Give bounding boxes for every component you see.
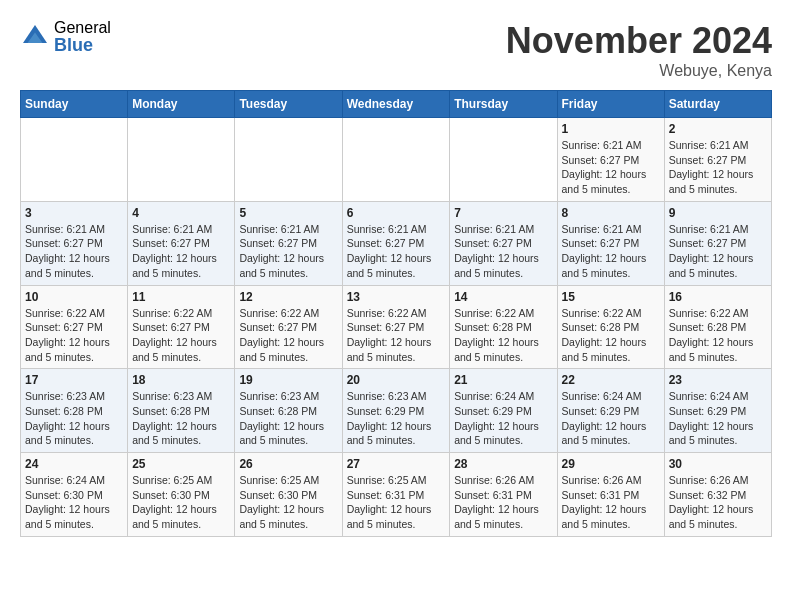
calendar-cell: 22Sunrise: 6:24 AMSunset: 6:29 PMDayligh… bbox=[557, 369, 664, 453]
page-header: General Blue November 2024 Webuye, Kenya bbox=[20, 20, 772, 80]
day-info: Sunrise: 6:22 AMSunset: 6:27 PMDaylight:… bbox=[25, 306, 123, 365]
day-info: Sunrise: 6:26 AMSunset: 6:31 PMDaylight:… bbox=[454, 473, 552, 532]
calendar-cell bbox=[235, 118, 342, 202]
day-info: Sunrise: 6:23 AMSunset: 6:28 PMDaylight:… bbox=[25, 389, 123, 448]
day-info: Sunrise: 6:22 AMSunset: 6:28 PMDaylight:… bbox=[562, 306, 660, 365]
day-number: 30 bbox=[669, 457, 767, 471]
calendar-cell: 19Sunrise: 6:23 AMSunset: 6:28 PMDayligh… bbox=[235, 369, 342, 453]
day-info: Sunrise: 6:21 AMSunset: 6:27 PMDaylight:… bbox=[669, 222, 767, 281]
day-info: Sunrise: 6:21 AMSunset: 6:27 PMDaylight:… bbox=[454, 222, 552, 281]
calendar-cell bbox=[21, 118, 128, 202]
calendar-cell: 24Sunrise: 6:24 AMSunset: 6:30 PMDayligh… bbox=[21, 453, 128, 537]
day-number: 4 bbox=[132, 206, 230, 220]
day-number: 16 bbox=[669, 290, 767, 304]
day-info: Sunrise: 6:24 AMSunset: 6:29 PMDaylight:… bbox=[562, 389, 660, 448]
day-number: 29 bbox=[562, 457, 660, 471]
location: Webuye, Kenya bbox=[506, 62, 772, 80]
day-number: 14 bbox=[454, 290, 552, 304]
calendar-cell: 9Sunrise: 6:21 AMSunset: 6:27 PMDaylight… bbox=[664, 201, 771, 285]
month-title: November 2024 bbox=[506, 20, 772, 62]
day-number: 8 bbox=[562, 206, 660, 220]
calendar-table: SundayMondayTuesdayWednesdayThursdayFrid… bbox=[20, 90, 772, 537]
calendar-cell: 20Sunrise: 6:23 AMSunset: 6:29 PMDayligh… bbox=[342, 369, 450, 453]
calendar-cell: 12Sunrise: 6:22 AMSunset: 6:27 PMDayligh… bbox=[235, 285, 342, 369]
day-number: 27 bbox=[347, 457, 446, 471]
weekday-header-saturday: Saturday bbox=[664, 91, 771, 118]
calendar-cell: 26Sunrise: 6:25 AMSunset: 6:30 PMDayligh… bbox=[235, 453, 342, 537]
calendar-cell: 30Sunrise: 6:26 AMSunset: 6:32 PMDayligh… bbox=[664, 453, 771, 537]
weekday-header-sunday: Sunday bbox=[21, 91, 128, 118]
day-number: 25 bbox=[132, 457, 230, 471]
calendar-cell: 5Sunrise: 6:21 AMSunset: 6:27 PMDaylight… bbox=[235, 201, 342, 285]
logo-icon bbox=[20, 22, 50, 52]
day-info: Sunrise: 6:23 AMSunset: 6:28 PMDaylight:… bbox=[132, 389, 230, 448]
day-info: Sunrise: 6:22 AMSunset: 6:27 PMDaylight:… bbox=[132, 306, 230, 365]
calendar-cell bbox=[342, 118, 450, 202]
calendar-header: SundayMondayTuesdayWednesdayThursdayFrid… bbox=[21, 91, 772, 118]
day-number: 23 bbox=[669, 373, 767, 387]
calendar-cell: 17Sunrise: 6:23 AMSunset: 6:28 PMDayligh… bbox=[21, 369, 128, 453]
day-number: 3 bbox=[25, 206, 123, 220]
calendar-cell: 3Sunrise: 6:21 AMSunset: 6:27 PMDaylight… bbox=[21, 201, 128, 285]
calendar-cell: 27Sunrise: 6:25 AMSunset: 6:31 PMDayligh… bbox=[342, 453, 450, 537]
calendar-cell bbox=[450, 118, 557, 202]
day-info: Sunrise: 6:21 AMSunset: 6:27 PMDaylight:… bbox=[562, 138, 660, 197]
day-number: 12 bbox=[239, 290, 337, 304]
calendar-cell: 4Sunrise: 6:21 AMSunset: 6:27 PMDaylight… bbox=[128, 201, 235, 285]
day-number: 6 bbox=[347, 206, 446, 220]
day-number: 10 bbox=[25, 290, 123, 304]
day-info: Sunrise: 6:25 AMSunset: 6:30 PMDaylight:… bbox=[239, 473, 337, 532]
day-info: Sunrise: 6:21 AMSunset: 6:27 PMDaylight:… bbox=[132, 222, 230, 281]
day-number: 20 bbox=[347, 373, 446, 387]
week-row-4: 17Sunrise: 6:23 AMSunset: 6:28 PMDayligh… bbox=[21, 369, 772, 453]
calendar-cell: 16Sunrise: 6:22 AMSunset: 6:28 PMDayligh… bbox=[664, 285, 771, 369]
calendar-cell: 21Sunrise: 6:24 AMSunset: 6:29 PMDayligh… bbox=[450, 369, 557, 453]
calendar-cell: 14Sunrise: 6:22 AMSunset: 6:28 PMDayligh… bbox=[450, 285, 557, 369]
day-info: Sunrise: 6:21 AMSunset: 6:27 PMDaylight:… bbox=[239, 222, 337, 281]
calendar-body: 1Sunrise: 6:21 AMSunset: 6:27 PMDaylight… bbox=[21, 118, 772, 537]
calendar-cell: 28Sunrise: 6:26 AMSunset: 6:31 PMDayligh… bbox=[450, 453, 557, 537]
day-number: 28 bbox=[454, 457, 552, 471]
calendar-cell: 10Sunrise: 6:22 AMSunset: 6:27 PMDayligh… bbox=[21, 285, 128, 369]
day-info: Sunrise: 6:23 AMSunset: 6:29 PMDaylight:… bbox=[347, 389, 446, 448]
calendar-cell: 8Sunrise: 6:21 AMSunset: 6:27 PMDaylight… bbox=[557, 201, 664, 285]
weekday-header-wednesday: Wednesday bbox=[342, 91, 450, 118]
week-row-2: 3Sunrise: 6:21 AMSunset: 6:27 PMDaylight… bbox=[21, 201, 772, 285]
calendar-cell: 15Sunrise: 6:22 AMSunset: 6:28 PMDayligh… bbox=[557, 285, 664, 369]
day-info: Sunrise: 6:22 AMSunset: 6:28 PMDaylight:… bbox=[669, 306, 767, 365]
day-number: 5 bbox=[239, 206, 337, 220]
day-info: Sunrise: 6:21 AMSunset: 6:27 PMDaylight:… bbox=[562, 222, 660, 281]
day-info: Sunrise: 6:26 AMSunset: 6:32 PMDaylight:… bbox=[669, 473, 767, 532]
logo: General Blue bbox=[20, 20, 111, 54]
title-block: November 2024 Webuye, Kenya bbox=[506, 20, 772, 80]
calendar-cell: 23Sunrise: 6:24 AMSunset: 6:29 PMDayligh… bbox=[664, 369, 771, 453]
day-info: Sunrise: 6:24 AMSunset: 6:29 PMDaylight:… bbox=[454, 389, 552, 448]
week-row-5: 24Sunrise: 6:24 AMSunset: 6:30 PMDayligh… bbox=[21, 453, 772, 537]
day-info: Sunrise: 6:22 AMSunset: 6:28 PMDaylight:… bbox=[454, 306, 552, 365]
calendar-cell: 29Sunrise: 6:26 AMSunset: 6:31 PMDayligh… bbox=[557, 453, 664, 537]
calendar-cell: 18Sunrise: 6:23 AMSunset: 6:28 PMDayligh… bbox=[128, 369, 235, 453]
day-number: 2 bbox=[669, 122, 767, 136]
day-number: 17 bbox=[25, 373, 123, 387]
day-number: 13 bbox=[347, 290, 446, 304]
calendar-cell: 25Sunrise: 6:25 AMSunset: 6:30 PMDayligh… bbox=[128, 453, 235, 537]
day-number: 11 bbox=[132, 290, 230, 304]
day-number: 19 bbox=[239, 373, 337, 387]
day-info: Sunrise: 6:21 AMSunset: 6:27 PMDaylight:… bbox=[669, 138, 767, 197]
day-info: Sunrise: 6:25 AMSunset: 6:31 PMDaylight:… bbox=[347, 473, 446, 532]
day-number: 7 bbox=[454, 206, 552, 220]
day-number: 24 bbox=[25, 457, 123, 471]
weekday-header-row: SundayMondayTuesdayWednesdayThursdayFrid… bbox=[21, 91, 772, 118]
calendar-cell bbox=[128, 118, 235, 202]
weekday-header-friday: Friday bbox=[557, 91, 664, 118]
calendar-cell: 6Sunrise: 6:21 AMSunset: 6:27 PMDaylight… bbox=[342, 201, 450, 285]
day-info: Sunrise: 6:22 AMSunset: 6:27 PMDaylight:… bbox=[347, 306, 446, 365]
day-number: 9 bbox=[669, 206, 767, 220]
day-info: Sunrise: 6:21 AMSunset: 6:27 PMDaylight:… bbox=[25, 222, 123, 281]
calendar-cell: 7Sunrise: 6:21 AMSunset: 6:27 PMDaylight… bbox=[450, 201, 557, 285]
week-row-3: 10Sunrise: 6:22 AMSunset: 6:27 PMDayligh… bbox=[21, 285, 772, 369]
day-info: Sunrise: 6:21 AMSunset: 6:27 PMDaylight:… bbox=[347, 222, 446, 281]
weekday-header-thursday: Thursday bbox=[450, 91, 557, 118]
day-number: 26 bbox=[239, 457, 337, 471]
calendar-cell: 13Sunrise: 6:22 AMSunset: 6:27 PMDayligh… bbox=[342, 285, 450, 369]
